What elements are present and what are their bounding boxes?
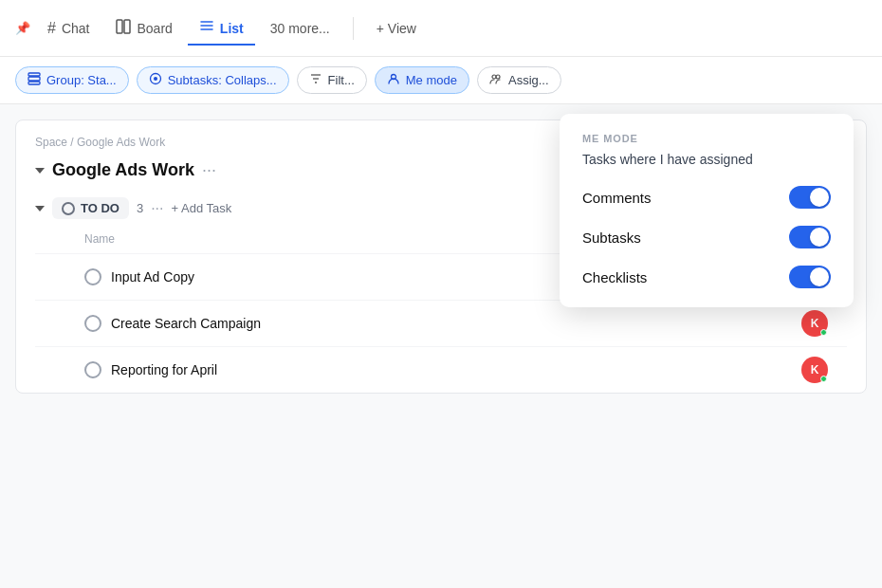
filter-chip-assignee[interactable]: Assig... (477, 66, 561, 94)
popup-row-checklists: Checklists (582, 266, 831, 288)
group-chip-label: Group: Sta... (46, 73, 117, 87)
svg-point-9 (154, 77, 157, 81)
filter-icon (309, 72, 322, 88)
filter-chip-subtasks[interactable]: Subtasks: Collaps... (137, 66, 289, 94)
avatar-initial: K (811, 317, 819, 330)
svg-rect-0 (117, 20, 122, 33)
svg-rect-6 (28, 73, 40, 76)
subtasks-toggle[interactable] (789, 226, 831, 248)
me-mode-icon (387, 72, 400, 88)
top-navigation: 📌 # Chat Board List 30 more... + View (0, 0, 882, 57)
col-header-label: Name (84, 232, 115, 246)
todo-count: 3 (137, 201, 143, 215)
task-name: Reporting for April (111, 362, 792, 377)
add-task-label: + Add Task (172, 201, 232, 215)
nav-divider (353, 17, 354, 40)
nav-item-board[interactable]: Board (104, 11, 183, 46)
chat-icon: # (47, 20, 56, 37)
task-status-icon[interactable] (84, 315, 101, 332)
nav-chat-label: Chat (62, 21, 90, 36)
popup-subtitle: Tasks where I have assigned (582, 152, 831, 167)
todo-status-circle (62, 202, 75, 215)
nav-more-label: 30 more... (270, 21, 330, 36)
filter-bar: Group: Sta... Subtasks: Collaps... Filt.… (0, 57, 882, 104)
todo-label: TO DO (81, 201, 119, 215)
popup-title: ME MODE (582, 133, 831, 144)
avatar: K (801, 357, 828, 383)
nav-list-label: List (220, 21, 244, 36)
nav-board-label: Board (137, 21, 172, 36)
popup-label-subtasks: Subtasks (582, 230, 641, 246)
pin-icon: 📌 (15, 21, 30, 35)
task-status-icon[interactable] (84, 361, 101, 378)
filter-chip-memode[interactable]: Me mode (375, 66, 469, 94)
svg-rect-7 (28, 82, 40, 84)
todo-badge: TO DO (52, 197, 129, 219)
board-icon (116, 19, 131, 38)
avatar: K (801, 310, 828, 337)
filter-chip-label: Filt... (328, 73, 355, 87)
assignee-icon (489, 72, 503, 88)
online-indicator (820, 376, 827, 382)
comments-toggle[interactable] (789, 186, 831, 209)
svg-rect-1 (124, 20, 130, 33)
breadcrumb-text: Space / Google Ads Work (35, 136, 165, 149)
group-title: Google Ads Work (52, 160, 194, 180)
nav-view-label: + View (377, 21, 416, 36)
popup-label-checklists: Checklists (582, 269, 647, 285)
avatar-initial: K (811, 363, 819, 377)
task-status-icon[interactable] (84, 268, 101, 285)
nav-item-list[interactable]: List (188, 11, 255, 46)
layers-icon (28, 72, 41, 88)
task-name: Create Search Campaign (111, 316, 792, 331)
memode-chip-label: Me mode (406, 73, 457, 87)
table-row[interactable]: Reporting for April K (35, 346, 847, 393)
filter-chip-group[interactable]: Group: Sta... (15, 66, 129, 94)
popup-label-comments: Comments (582, 190, 652, 206)
popup-row-comments: Comments (582, 186, 831, 209)
subtasks-icon (149, 72, 162, 88)
add-task-button[interactable]: + Add Task (172, 201, 232, 215)
nav-item-view[interactable]: + View (365, 13, 428, 44)
nav-item-chat[interactable]: # Chat (36, 12, 101, 45)
checklists-toggle[interactable] (789, 266, 831, 288)
subtasks-chip-label: Subtasks: Collaps... (168, 73, 277, 87)
group-menu-icon[interactable]: ··· (202, 160, 216, 180)
me-mode-popup: ME MODE Tasks where I have assigned Comm… (560, 114, 854, 307)
list-icon (199, 19, 214, 38)
todo-collapse-icon[interactable] (35, 206, 45, 211)
svg-rect-5 (28, 77, 40, 81)
filter-chip-filter[interactable]: Filt... (297, 66, 367, 94)
todo-menu-icon[interactable]: ··· (151, 200, 163, 217)
svg-point-15 (496, 75, 500, 79)
collapse-icon[interactable] (35, 168, 45, 174)
online-indicator (820, 329, 827, 336)
assignee-chip-label: Assig... (508, 73, 549, 87)
nav-item-more[interactable]: 30 more... (259, 13, 341, 44)
main-content: Space / Google Ads Work Google Ads Work … (0, 104, 882, 588)
popup-row-subtasks: Subtasks (582, 226, 831, 248)
